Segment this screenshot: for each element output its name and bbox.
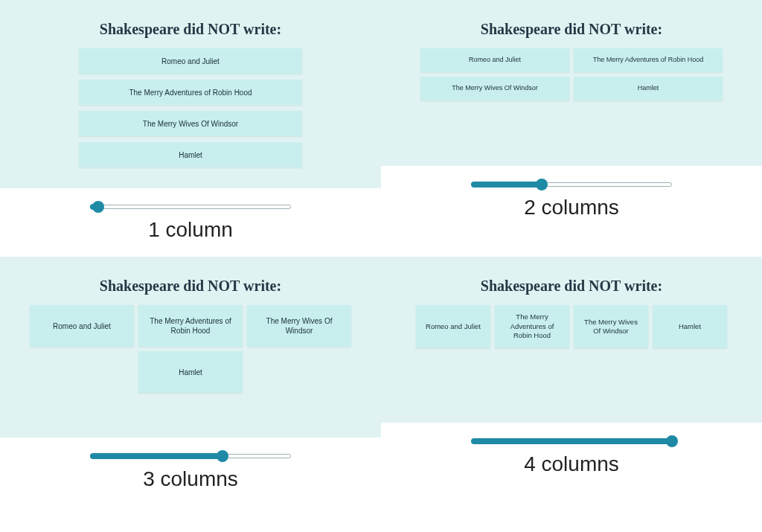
control-area: 4 columns (381, 423, 762, 491)
panel-4-columns: Shakespeare did NOT write: Romeo and Jul… (381, 257, 762, 506)
columns-slider[interactable] (471, 436, 672, 446)
control-area: 2 columns (381, 166, 762, 234)
slider-thumb[interactable] (92, 201, 104, 213)
columns-caption: 1 column (148, 218, 233, 242)
slider-fill (471, 182, 542, 188)
quiz-area: Shakespeare did NOT write: Romeo and Jul… (0, 257, 381, 438)
answer-option-4[interactable]: Hamlet (574, 77, 723, 100)
answer-option-4[interactable]: Hamlet (79, 142, 302, 167)
slider-thumb[interactable] (217, 450, 228, 462)
answer-option-2[interactable]: The Merry Adventures of Robin Hood (495, 305, 569, 348)
answer-option-3[interactable]: The Merry Wives Of Windsor (79, 111, 302, 136)
answer-option-2[interactable]: The Merry Adventures of Robin Hood (79, 80, 302, 105)
answer-list: Romeo and Juliet The Merry Adventures of… (30, 305, 351, 393)
answer-option-4[interactable]: Hamlet (138, 351, 243, 393)
panels-grid: Shakespeare did NOT write: Romeo and Jul… (0, 0, 762, 506)
quiz-area: Shakespeare did NOT write: Romeo and Jul… (381, 0, 762, 166)
slider-thumb[interactable] (666, 435, 678, 447)
quiz-question: Shakespeare did NOT write: (100, 21, 281, 38)
control-area: 1 column (0, 188, 381, 257)
answer-list: Romeo and Juliet The Merry Adventures of… (79, 48, 302, 167)
quiz-question: Shakespeare did NOT write: (481, 278, 662, 295)
quiz-area: Shakespeare did NOT write: Romeo and Jul… (0, 0, 381, 188)
answer-option-1[interactable]: Romeo and Juliet (30, 305, 134, 347)
answer-option-2[interactable]: The Merry Adventures of Robin Hood (574, 48, 723, 72)
answer-option-4[interactable]: Hamlet (653, 305, 727, 348)
answer-option-3[interactable]: The Merry Wives Of Windsor (247, 305, 351, 347)
control-area: 3 columns (0, 438, 381, 506)
answer-option-1[interactable]: Romeo and Juliet (79, 48, 302, 74)
quiz-area: Shakespeare did NOT write: Romeo and Jul… (381, 257, 762, 423)
quiz-question: Shakespeare did NOT write: (481, 21, 662, 38)
columns-slider[interactable] (90, 202, 291, 212)
panel-1-column: Shakespeare did NOT write: Romeo and Jul… (0, 0, 381, 257)
columns-slider[interactable] (471, 179, 672, 190)
columns-caption: 3 columns (143, 467, 238, 491)
answer-option-1[interactable]: Romeo and Juliet (420, 48, 569, 72)
answer-option-3[interactable]: The Merry Wives Of Windsor (420, 77, 569, 100)
slider-track (90, 205, 291, 209)
answer-list: Romeo and Juliet The Merry Adventures of… (420, 48, 723, 100)
answer-option-1[interactable]: Romeo and Juliet (416, 305, 490, 348)
slider-fill (471, 438, 672, 444)
columns-caption: 2 columns (524, 196, 619, 219)
slider-thumb[interactable] (536, 179, 548, 190)
answer-list: Romeo and Juliet The Merry Adventures of… (416, 305, 727, 348)
panel-3-columns: Shakespeare did NOT write: Romeo and Jul… (0, 257, 381, 506)
answer-option-2[interactable]: The Merry Adventures of Robin Hood (138, 305, 243, 347)
answer-option-3[interactable]: The Merry Wives Of Windsor (574, 305, 648, 348)
panel-2-columns: Shakespeare did NOT write: Romeo and Jul… (381, 0, 762, 257)
quiz-question: Shakespeare did NOT write: (100, 278, 281, 295)
slider-fill (90, 453, 222, 459)
columns-slider[interactable] (90, 451, 291, 461)
columns-caption: 4 columns (524, 452, 619, 476)
